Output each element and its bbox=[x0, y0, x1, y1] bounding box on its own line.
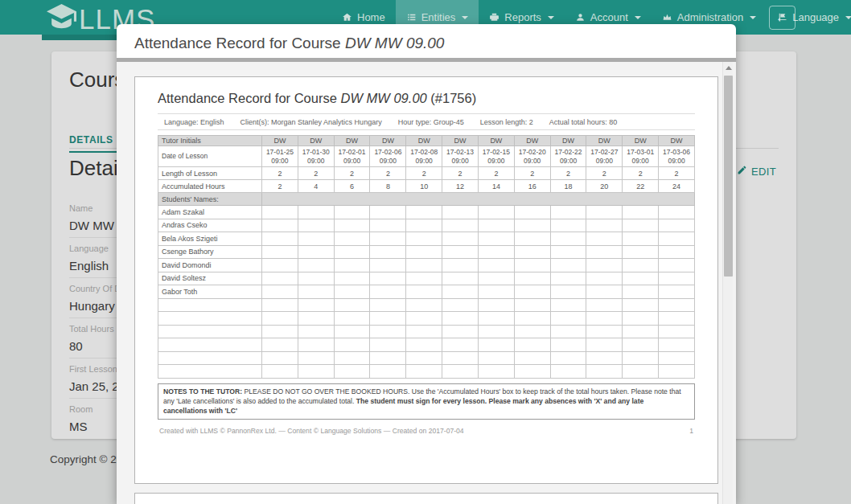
table-cell: 14 bbox=[478, 180, 514, 193]
table-cell bbox=[659, 245, 695, 259]
length-of-lesson-row: Length of Lesson222222222222 bbox=[158, 167, 695, 180]
table-cell bbox=[586, 298, 623, 312]
table-cell bbox=[514, 365, 550, 379]
table-cell bbox=[586, 285, 623, 299]
table-cell bbox=[623, 232, 659, 246]
modal-title-prefix: Attendance Record for Course bbox=[134, 35, 345, 51]
table-cell bbox=[262, 365, 298, 379]
table-cell bbox=[514, 298, 550, 312]
table-cell bbox=[442, 206, 479, 219]
table-cell: DW bbox=[334, 136, 370, 146]
table-cell bbox=[478, 245, 514, 259]
table-cell bbox=[514, 312, 550, 326]
table-cell: DW bbox=[406, 136, 442, 146]
table-cell bbox=[442, 312, 479, 326]
table-cell bbox=[442, 298, 479, 312]
accumulated-hours-row: Accumulated Hours24681012141618202224 bbox=[158, 180, 695, 193]
table-cell: DW bbox=[478, 136, 514, 146]
table-cell bbox=[262, 245, 298, 259]
crown-icon bbox=[662, 12, 672, 23]
chevron-down-icon bbox=[750, 16, 756, 19]
table-cell bbox=[478, 365, 514, 379]
table-cell bbox=[406, 259, 442, 272]
table-cell bbox=[623, 272, 659, 285]
table-cell bbox=[334, 272, 370, 285]
table-cell: DW bbox=[586, 136, 623, 146]
scroll-up-arrow-icon[interactable] bbox=[725, 64, 732, 72]
table-cell bbox=[298, 245, 334, 259]
table-cell bbox=[623, 325, 659, 338]
table-cell bbox=[659, 272, 695, 285]
table-cell bbox=[514, 219, 550, 232]
table-cell: 6 bbox=[334, 180, 370, 193]
table-cell bbox=[298, 351, 334, 365]
table-cell bbox=[406, 325, 442, 338]
table-cell: 17-02-0809:00 bbox=[406, 146, 442, 167]
table-cell bbox=[370, 259, 406, 272]
modal-title: Attendance Record for Course DW MW 09.00 bbox=[117, 24, 736, 58]
document-title-suffix: (#1756) bbox=[427, 91, 476, 105]
empty-student-row bbox=[158, 365, 695, 379]
table-cell: 20 bbox=[586, 180, 623, 193]
table-cell bbox=[442, 365, 479, 379]
table-cell: 2 bbox=[262, 167, 298, 180]
table-cell bbox=[262, 325, 298, 338]
table-cell bbox=[406, 285, 442, 299]
table-cell bbox=[550, 219, 586, 232]
table-cell bbox=[298, 206, 334, 219]
table-cell bbox=[298, 259, 334, 272]
table-cell: 4 bbox=[298, 180, 334, 193]
modal-body: Attendance Record for Course DW MW 09.00… bbox=[117, 62, 736, 504]
table-cell: 2 bbox=[406, 167, 442, 180]
table-cell bbox=[370, 338, 406, 352]
table-cell bbox=[370, 312, 406, 326]
meta-item: Language: English bbox=[164, 118, 224, 126]
table-cell bbox=[659, 351, 695, 365]
modal-scrollbar[interactable] bbox=[722, 62, 733, 504]
table-cell: 2 bbox=[370, 167, 406, 180]
document-footer-text: Created with LLMS © PannonRex Ltd. — Con… bbox=[159, 427, 464, 435]
table-cell bbox=[298, 285, 334, 299]
table-cell bbox=[370, 351, 406, 365]
table-cell bbox=[514, 245, 550, 259]
table-cell: 17-01-3009:00 bbox=[298, 146, 334, 167]
table-cell: 8 bbox=[370, 180, 406, 193]
table-cell bbox=[659, 365, 695, 379]
table-cell: 22 bbox=[623, 180, 659, 193]
table-cell bbox=[550, 245, 586, 259]
table-cell bbox=[514, 351, 550, 365]
date-of-lesson-row: Date of Lesson17-01-2509:0017-01-3009:00… bbox=[158, 146, 695, 167]
table-cell: 2 bbox=[659, 167, 695, 180]
table-cell bbox=[262, 206, 298, 219]
nav-item-label: Administration bbox=[677, 11, 743, 23]
table-cell bbox=[623, 312, 659, 326]
table-cell bbox=[478, 259, 514, 272]
attendance-modal: Attendance Record for Course DW MW 09.00… bbox=[117, 24, 736, 504]
document-page-number: 1 bbox=[689, 427, 693, 435]
document-title: Attendance Record for Course DW MW 09.00… bbox=[158, 91, 695, 106]
table-cell bbox=[406, 351, 442, 365]
table-cell bbox=[158, 365, 262, 379]
table-cell bbox=[334, 325, 370, 338]
table-cell bbox=[334, 351, 370, 365]
table-cell bbox=[262, 193, 695, 206]
nav-item-label: Home bbox=[357, 11, 385, 23]
students-header-row: Students' Names: bbox=[158, 193, 695, 206]
table-cell: Gabor Toth bbox=[158, 285, 262, 299]
table-cell bbox=[659, 232, 695, 246]
empty-student-row bbox=[158, 312, 695, 326]
table-cell bbox=[623, 338, 659, 352]
table-cell bbox=[406, 206, 442, 219]
student-row: Andras Cseko bbox=[158, 219, 695, 232]
meta-item: Client(s): Morgan Stanley Analytics Hung… bbox=[240, 118, 382, 126]
table-cell bbox=[586, 338, 623, 352]
table-cell: 17-01-2509:00 bbox=[262, 146, 298, 167]
table-cell: 17-03-0609:00 bbox=[659, 146, 695, 167]
table-cell bbox=[370, 219, 406, 232]
table-cell bbox=[334, 206, 370, 219]
back-button[interactable]: ← bbox=[769, 6, 796, 30]
table-cell: 2 bbox=[298, 167, 334, 180]
table-cell bbox=[298, 365, 334, 379]
table-cell: 2 bbox=[514, 167, 550, 180]
scrollbar-thumb[interactable] bbox=[724, 76, 733, 277]
